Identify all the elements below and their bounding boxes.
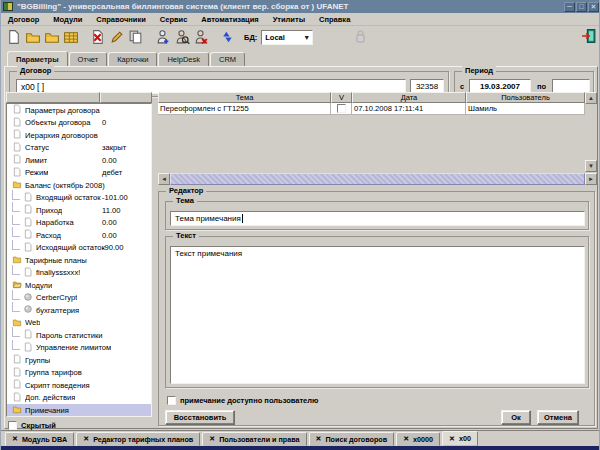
bottom-tab-x00[interactable]: ✕x00	[442, 431, 478, 446]
tree-item-расход[interactable]: Расход0.00	[7, 229, 151, 242]
menu-утилиты[interactable]: Утилиты	[266, 15, 312, 24]
tema-input[interactable]: Тема примечания	[170, 211, 585, 226]
tree-item-cerbercrypt[interactable]: CerberCrypt	[7, 292, 151, 305]
copy-button[interactable]	[127, 28, 145, 46]
minimize-button[interactable]: ─	[564, 2, 575, 12]
main-panel: Договор x00 [ ] 32358 Период с 19.03.200…	[4, 66, 598, 429]
close-tab-icon[interactable]: ✕	[316, 435, 322, 443]
menu-сервис[interactable]: Сервис	[153, 15, 195, 24]
add-user-button[interactable]	[154, 28, 172, 46]
delete-user-button[interactable]	[192, 28, 210, 46]
menu-справочники[interactable]: Справочники	[89, 15, 152, 24]
restore-button[interactable]: Восстановить	[165, 410, 235, 425]
close-tab-icon[interactable]: ✕	[449, 435, 455, 443]
column-header-v[interactable]: V	[331, 92, 352, 103]
tab-карточки[interactable]: Карточки	[108, 52, 157, 67]
tree-item-finallysssxxx-[interactable]: finallysssxxx!	[7, 267, 151, 280]
bottom-tab-пользователи-и-права[interactable]: ✕Пользователи и права	[202, 432, 306, 446]
table-row[interactable]: Переоформлен с ГТ125507.10.2008 17:11:41…	[158, 103, 585, 115]
tree-item-группы[interactable]: Группы	[7, 354, 151, 367]
menu-договор[interactable]: Договор	[1, 15, 46, 24]
new-document-button[interactable]	[5, 28, 23, 46]
hscroll-thumb[interactable]	[170, 173, 585, 185]
scroll-up-icon[interactable]: ▲	[585, 92, 597, 104]
leaf-icon	[12, 392, 22, 402]
window-title: "BGBilling" - универсальная биллинговая …	[17, 2, 563, 11]
menu-модули[interactable]: Модули	[46, 15, 89, 24]
tree-item-группа-тарифов[interactable]: Группа тарифов	[7, 367, 151, 380]
tree-item-иерархия-договоров[interactable]: Иерархия договоров	[7, 129, 151, 142]
lock-icon	[353, 29, 368, 48]
close-tab-icon[interactable]: ✕	[209, 435, 215, 443]
column-header-дата[interactable]: Дата	[352, 92, 466, 103]
tree-item-web[interactable]: Web	[7, 317, 151, 330]
tab-helpdesk[interactable]: HelpDesk	[158, 52, 209, 67]
close-tab-icon[interactable]: ✕	[403, 435, 409, 443]
new-document-icon	[6, 29, 22, 45]
bottom-tab-x0000[interactable]: ✕x0000	[396, 432, 440, 446]
cell-checkbox[interactable]	[331, 103, 352, 115]
note-visible-checkbox[interactable]	[167, 396, 176, 405]
close-tab-icon[interactable]: ✕	[83, 435, 89, 443]
tree-item-исходящий-остаток[interactable]: Исходящий остаток-90.00	[7, 242, 151, 255]
bottom-tab-редактор-тарифных-планов[interactable]: ✕Редактор тарифных планов	[76, 432, 200, 446]
tree-item-бухгалтерия[interactable]: бухгалтерия	[7, 304, 151, 317]
tree-item-модули[interactable]: Модули	[7, 279, 151, 292]
edit-button[interactable]	[108, 28, 126, 46]
scroll-left-icon[interactable]: ◄	[158, 173, 170, 185]
db-label: БД:	[244, 33, 257, 42]
bottom-tab-поиск-договоров[interactable]: ✕Поиск договоров	[309, 432, 395, 446]
tree-item-приход[interactable]: Приход11.00	[7, 204, 151, 217]
tree-item-статус[interactable]: Статусзакрыт	[7, 142, 151, 155]
tree-item-объекты-договора[interactable]: Объекты договора0	[7, 117, 151, 130]
notes-vscrollbar[interactable]: ▲ ▼	[585, 92, 597, 172]
tree-item-примечания[interactable]: Примечания	[7, 404, 151, 417]
module-icon	[23, 292, 33, 302]
tree-item-управление-лимитом[interactable]: Управление лимитом	[7, 342, 151, 355]
menu-справка[interactable]: Справка	[312, 15, 357, 24]
tree-item-входящий-остаток[interactable]: Входящий остаток-101.00	[7, 192, 151, 205]
tree-item-label: Входящий остаток	[36, 193, 101, 202]
close-button[interactable]: ✕	[588, 2, 599, 12]
scroll-down-icon[interactable]: ▼	[585, 160, 597, 172]
ok-button[interactable]: Ок	[501, 410, 531, 425]
tree-item-label: Web	[25, 318, 40, 327]
leaf-icon	[23, 329, 33, 339]
tree-item-пароль-статистики[interactable]: Пароль статистики	[7, 329, 151, 342]
table-button[interactable]	[62, 28, 80, 46]
db-select[interactable]: Local ▼	[261, 30, 313, 45]
tree-item-тарифные-планы[interactable]: Тарифные планы	[7, 254, 151, 267]
tab-отчет[interactable]: Отчет	[69, 52, 108, 67]
tree-item-наработка[interactable]: Наработка0.00	[7, 217, 151, 230]
exit-button[interactable]	[581, 28, 597, 48]
contract-group-label: Договор	[17, 66, 54, 75]
notes-hscrollbar[interactable]: ◄ ►	[158, 173, 597, 185]
tree-header-value	[100, 92, 152, 103]
text-area[interactable]: Текст примечания	[170, 246, 585, 384]
tree-item-режим[interactable]: Режимдебет	[7, 167, 151, 180]
hidden-checkbox[interactable]	[8, 421, 17, 430]
close-tab-icon[interactable]: ✕	[12, 435, 18, 443]
tree-item-баланс-октябрь-2008-[interactable]: Баланс (октябрь 2008)	[7, 179, 151, 192]
tree-item-скрипт-поведения[interactable]: Скрипт поведения	[7, 379, 151, 392]
maximize-button[interactable]: □	[576, 2, 587, 12]
open-folder-button[interactable]	[24, 28, 42, 46]
column-header-тема[interactable]: Тема	[158, 92, 331, 103]
cancel-button[interactable]: Отмена	[537, 410, 579, 425]
leaf-icon	[12, 379, 22, 389]
tree-item-параметры-договора[interactable]: Параметры договора	[7, 104, 151, 117]
tree-item-лимит[interactable]: Лимит0.00	[7, 154, 151, 167]
open-contract-button[interactable]	[43, 28, 61, 46]
scroll-right-icon[interactable]: ►	[585, 173, 597, 185]
row-checkbox[interactable]	[337, 104, 346, 113]
sync-button[interactable]	[219, 28, 237, 46]
delete-contract-button[interactable]	[89, 28, 107, 46]
column-header-пользователь[interactable]: Пользователь	[466, 92, 585, 103]
tab-crm[interactable]: CRM	[210, 52, 245, 67]
find-user-button[interactable]	[173, 28, 191, 46]
tab-параметры[interactable]: Параметры	[7, 51, 68, 67]
tree-item-доп-действия[interactable]: Доп. действия	[7, 392, 151, 405]
bottom-tab-модуль-dba[interactable]: ✕Модуль DBA	[5, 432, 74, 446]
tree-item-label: Иерархия договоров	[25, 131, 98, 140]
menu-автоматизация[interactable]: Автоматизация	[194, 15, 265, 24]
